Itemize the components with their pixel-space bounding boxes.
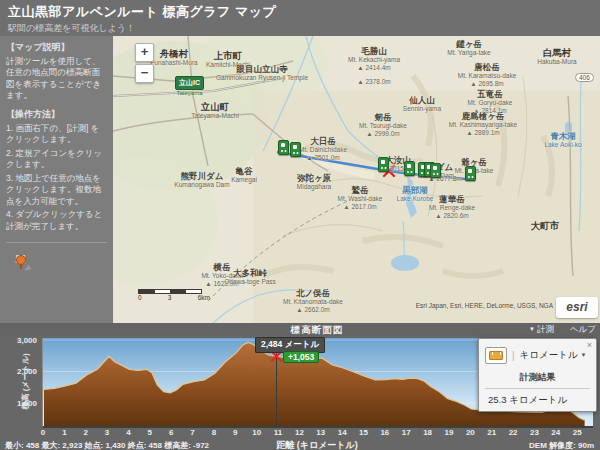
elevation-chart-section: 標高 (メートル) (0, 336, 600, 450)
station-train-marker[interactable] (430, 163, 441, 178)
zoom-out-button[interactable]: − (135, 64, 154, 83)
map-label: 大多和峠Odawa-toge Pass (224, 268, 276, 286)
x-tick-label: 13 (316, 428, 325, 437)
map-attribution: Esri Japan, Esri, HERE, DeLorme, USGS, N… (416, 302, 553, 309)
x-tick-label: 7 (190, 428, 194, 437)
result-title: 計測結果 (479, 371, 596, 384)
dem-resolution: DEM 解像度: 90m (529, 440, 594, 450)
x-tick-label: 11 (274, 428, 282, 437)
esri-logo[interactable]: esri (556, 297, 598, 318)
map-label: 北ノ俣岳Mt. Kitanomata-dake▲ 2662.0m (283, 288, 343, 314)
x-tick-label: 18 (423, 428, 432, 437)
zoom-in-button[interactable]: + (135, 43, 154, 62)
map-label: 鑓ヶ岳Mt. Yariga-take (447, 39, 490, 57)
divider (485, 388, 590, 389)
map-label: 青木湖Lake Aoki-ko (544, 131, 581, 149)
map-label: 亀谷Kamegai (231, 166, 257, 184)
y-tick-label: 2,000 (0, 367, 37, 376)
sidebar-text-line: 2. 定規アイコンをクリックします。 (6, 148, 107, 171)
map-label: 大日岳Mt. Dainichidake▲ 2501.0m (299, 136, 347, 162)
map-label: 舟橋村Funahashi-Mura (150, 48, 197, 67)
x-tick-label: 23 (530, 428, 539, 437)
close-icon[interactable]: × (587, 340, 592, 350)
tateyama-ic-badge: 立山IC Tateyama (175, 71, 204, 96)
sidebar-text-line: 1. 画面右下の、[計測] をクリックします。 (6, 123, 107, 146)
map-label: 剱岳Mt. Tsurugi-dake▲ 2999.0m (359, 112, 407, 138)
map-label: 鹿島槍ヶ岳Mt. Kashimayariga-take▲ 2889.1m (449, 111, 517, 137)
x-tick-label: 25 (573, 428, 582, 437)
measure-result: 25.3 キロメートル (488, 394, 596, 407)
sidebar-instructions: 【マップ説明】計測ツールを使用して、任意の地点間の標高断面図を表示することができ… (6, 41, 107, 232)
crosshair-delta-badge: +1,053 (283, 351, 319, 363)
x-tick-label: 21 (487, 428, 496, 437)
sidebar-section-title: 【操作方法】 (6, 108, 107, 121)
x-tick-label: 8 (212, 428, 216, 437)
station-train-marker[interactable] (465, 166, 476, 181)
x-tick-label: 24 (551, 428, 560, 437)
station-train-marker[interactable] (290, 142, 301, 157)
sidebar-text-line: 3. 地図上で任意の地点をクリックします。複数地点を入力可能です。 (6, 173, 107, 207)
chart-stats: 最小: 458 最大: 2,923 始点: 1,430 終点: 458 標高差:… (5, 440, 209, 450)
map-scalebar: 0 3 6km (138, 288, 210, 301)
app-header: 立山黒部アルペンルート 標高グラフ マップ 駅間の標高差を可視化しよう！ (0, 0, 600, 36)
station-train-marker[interactable] (404, 161, 415, 176)
x-tick-label: 14 (338, 428, 347, 437)
map-label: 鷲岳Mt. Washi-dake▲ 2617.0m (338, 185, 383, 211)
map-label: 眼目山立山寺Gammokuzan Ryusen-ji Temple (216, 64, 308, 82)
chevron-down-icon: ▼ (580, 352, 586, 358)
x-tick-label: 17 (402, 428, 411, 437)
x-tick-label: 12 (295, 428, 304, 437)
x-tick-label: 9 (233, 428, 237, 437)
unit-dropdown[interactable]: キロメートル ▼ (520, 349, 587, 362)
x-tick-label: 1 (62, 428, 66, 437)
x-tick-label: 22 (509, 428, 518, 437)
x-tick-label: 20 (466, 428, 475, 437)
separator: | (512, 350, 515, 361)
cursor-icon (24, 264, 33, 273)
map-label: 弥陀ヶ原Midagahara (297, 173, 331, 191)
x-tick-label: 6 (169, 428, 173, 437)
map-label: 大町市 (531, 220, 560, 231)
sidebar-text-line: 4. ダブルクリックすると計測が完了します。 (6, 209, 107, 232)
map-label: 唐松岳Mt. Karamatsu-dake▲ 2695.8m (458, 62, 517, 88)
map-label: 毛勝山Mt. Kekachi-yama▲ 2414.4m (348, 46, 400, 72)
distance-tool-button[interactable] (485, 347, 507, 364)
x-tick-label: 15 (359, 428, 368, 437)
x-tick-label: 3 (105, 428, 109, 437)
route-406-badge: 406 (575, 73, 594, 82)
measure-panel: × | キロメートル ▼ 計測結果 25.3 キロメートル (478, 338, 597, 412)
x-tick-label: 5 (148, 428, 152, 437)
help-menu[interactable]: ヘルプ (570, 324, 596, 336)
legend: 駅 (6, 242, 107, 267)
sidebar-text-line: 計測ツールを使用して、任意の地点間の標高断面図を表示することができます。 (6, 56, 107, 102)
page-title: 立山黒部アルペンルート 標高グラフ マップ (8, 3, 600, 21)
map-label: 白馬村Hakuba-Mura (537, 47, 576, 66)
x-tick-label: 2 (84, 428, 88, 437)
y-tick-label: 3,000 (0, 336, 37, 345)
zoom-control: + − (135, 43, 154, 85)
y-tick-label: 1,000 (0, 399, 37, 408)
x-tick-label: 19 (445, 428, 454, 437)
x-tick-label: 10 (252, 428, 261, 437)
measure-menu[interactable]: ▼計測 (529, 324, 554, 336)
page-subtitle: 駅間の標高差を可視化しよう！ (8, 22, 600, 35)
ruler-icon (489, 351, 503, 360)
station-train-marker[interactable] (278, 140, 289, 155)
x-tick-label: 4 (126, 428, 130, 437)
map-label: 仙人山Sennin-yama (403, 95, 441, 113)
x-tick-label: 0 (41, 428, 45, 437)
map-label: 熊野川ダムKumanogawa Dam (174, 171, 229, 189)
sidebar-section-title: 【マップ説明】 (6, 41, 107, 54)
map-label: 立山町Tateyama-Machi (191, 101, 239, 120)
map-label: ▲ 2378.0m (357, 78, 391, 86)
map-canvas[interactable]: 舟橋村Funahashi-Mura上市町Kamiichi-Machi眼目山立山寺… (113, 36, 600, 323)
chart-toolbar: 標高断面図 ▼計測 ヘルプ (0, 323, 600, 336)
station-train-marker[interactable] (378, 157, 389, 172)
sidebar: 【マップ説明】計測ツールを使用して、任意の地点間の標高断面図を表示することができ… (0, 36, 113, 323)
map-label: 蓮華岳Mt. Renge-dake▲ 2820.6m (429, 194, 475, 220)
chevron-down-icon: ▼ (529, 326, 535, 332)
x-tick-label: 16 (380, 428, 389, 437)
